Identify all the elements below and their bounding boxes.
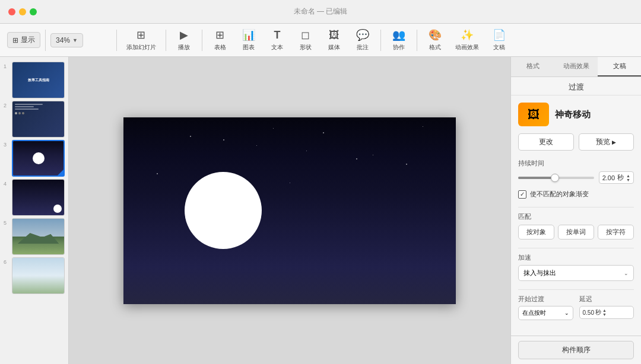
start-delay-row: 开始过渡 在点按时 ⌄ 延迟 0.50 秒 ▲ ▼ bbox=[518, 295, 634, 320]
slide2-bar-1 bbox=[15, 104, 43, 105]
close-button[interactable] bbox=[8, 8, 15, 15]
start-value: 在点按时 bbox=[522, 309, 546, 317]
match-object-button[interactable]: 按对象 bbox=[518, 225, 554, 240]
minimize-button[interactable] bbox=[19, 8, 26, 15]
acceleration-label: 加速 bbox=[518, 253, 634, 262]
toolbar-media-label: 媒体 bbox=[328, 43, 340, 52]
slider-thumb[interactable] bbox=[551, 174, 559, 182]
play-triangle-icon: ▶ bbox=[612, 139, 616, 145]
start-arrow-icon: ⌄ bbox=[564, 310, 569, 316]
delay-value: 0.50 bbox=[583, 309, 594, 316]
slide-thumb-1[interactable]: 效率工具指南 bbox=[12, 62, 65, 98]
preview-label: 预览 bbox=[596, 137, 610, 147]
slide-thumb-4[interactable] bbox=[12, 179, 65, 216]
delay-stepper-down-icon[interactable]: ▼ bbox=[602, 312, 607, 317]
duration-number: 2.00 bbox=[602, 174, 615, 181]
slide-item-6[interactable]: 6 bbox=[4, 257, 65, 294]
toolbar-shape[interactable]: ◻ 形状 bbox=[293, 26, 319, 54]
checkbox-icon[interactable]: ✓ bbox=[518, 190, 526, 199]
zoom-control[interactable]: ⊞ 显示 bbox=[7, 32, 40, 48]
duration-row: 2.00 秒 ▲ ▼ bbox=[518, 171, 634, 184]
zoom-value[interactable]: 34% ▼ bbox=[50, 33, 83, 47]
duration-slider[interactable] bbox=[518, 177, 594, 179]
toolbar-chart[interactable]: 📊 图表 bbox=[236, 26, 262, 54]
toolbar-add-slide-label: 添加幻灯片 bbox=[126, 43, 156, 52]
slide-item-3[interactable]: 3 bbox=[4, 140, 65, 177]
slide-number-6: 6 bbox=[4, 257, 9, 265]
match-char-button[interactable]: 按字符 bbox=[598, 225, 634, 240]
toolbar-text[interactable]: T 文本 bbox=[264, 27, 290, 54]
slide-number-2: 2 bbox=[4, 101, 9, 108]
slide-canvas[interactable] bbox=[123, 117, 456, 304]
checkbox-row[interactable]: ✓ 使不匹配的对象渐变 bbox=[518, 190, 634, 199]
slide-item-2[interactable]: 2 bbox=[4, 101, 65, 138]
toolbar-display[interactable] bbox=[85, 37, 112, 43]
duration-value-input[interactable]: 2.00 秒 ▲ ▼ bbox=[599, 171, 634, 184]
checkbox-label: 使不匹配的对象渐变 bbox=[530, 190, 589, 199]
duration-stepper[interactable]: ▲ ▼ bbox=[626, 174, 630, 182]
start-label: 开始过渡 bbox=[518, 295, 573, 304]
change-button[interactable]: 更改 bbox=[518, 133, 574, 151]
canvas-area bbox=[69, 57, 510, 364]
slide-thumb-6[interactable] bbox=[12, 257, 65, 294]
delay-stepper-up-icon[interactable]: ▲ bbox=[602, 308, 607, 312]
zoom-percentage: 34% bbox=[56, 36, 70, 44]
toolbar-play[interactable]: ▶ 播放 bbox=[171, 26, 197, 54]
canvas-stars bbox=[123, 117, 456, 304]
acceleration-value: 抹入与抹出 bbox=[523, 269, 556, 277]
transition-header: 过渡 bbox=[511, 77, 641, 95]
slide3-circle bbox=[33, 152, 45, 164]
toolbar-comment[interactable]: 💬 批注 bbox=[350, 26, 376, 54]
start-select[interactable]: 在点按时 ⌄ bbox=[518, 306, 573, 320]
maximize-button[interactable] bbox=[30, 8, 37, 15]
main-area: 1 效率工具指南 2 bbox=[0, 57, 641, 364]
toolbar-document[interactable]: 📄 文稿 bbox=[486, 26, 512, 54]
toolbar-table-label: 表格 bbox=[214, 43, 226, 52]
toolbar-play-label: 播放 bbox=[178, 43, 190, 52]
delay-column: 延迟 0.50 秒 ▲ ▼ bbox=[579, 295, 634, 320]
slide6-bg bbox=[12, 258, 64, 293]
tab-animate[interactable]: 动画效果 bbox=[554, 57, 598, 76]
acceleration-select-row: 抹入与抹出 ⌄ bbox=[518, 265, 634, 281]
add-slide-icon: ⊞ bbox=[137, 28, 145, 41]
toolbar-table[interactable]: ⊞ 表格 bbox=[207, 26, 233, 54]
tab-document[interactable]: 文稿 bbox=[598, 57, 641, 76]
slide-number-5: 5 bbox=[4, 218, 9, 226]
slider-fill bbox=[518, 177, 552, 179]
format-icon: 🎨 bbox=[429, 28, 442, 41]
slide-item-5[interactable]: 5 bbox=[4, 218, 65, 255]
slide1-text: 效率工具指南 bbox=[28, 78, 49, 83]
toolbar-media[interactable]: 🖼 媒体 bbox=[321, 27, 347, 54]
slide-item-4[interactable]: 4 bbox=[4, 179, 65, 216]
magic-move-buttons: 更改 预览 ▶ bbox=[518, 133, 634, 151]
toolbar-collaborate[interactable]: 👥 协作 bbox=[386, 26, 412, 54]
comment-icon: 💬 bbox=[356, 28, 369, 41]
toolbar-collaborate-label: 协作 bbox=[393, 43, 405, 52]
toolbar-comment-label: 批注 bbox=[357, 43, 369, 52]
toolbar-add-slide[interactable]: ⊞ 添加幻灯片 bbox=[122, 26, 161, 54]
preview-button[interactable]: 预览 ▶ bbox=[579, 133, 634, 151]
slide-thumb-3[interactable] bbox=[12, 140, 65, 177]
slide2-bar-2 bbox=[15, 106, 34, 107]
collaborate-icon: 👥 bbox=[392, 28, 405, 41]
tab-format[interactable]: 格式 bbox=[511, 57, 554, 76]
slide-number-1: 1 bbox=[4, 62, 9, 69]
toolbar-animate[interactable]: ✨ 动画效果 bbox=[450, 26, 484, 54]
titlebar: 未命名 — 已编辑 bbox=[0, 0, 641, 24]
match-word-button[interactable]: 按单词 bbox=[558, 225, 594, 240]
delay-input[interactable]: 0.50 秒 ▲ ▼ bbox=[579, 306, 634, 319]
build-order-button[interactable]: 构件顺序 bbox=[518, 341, 634, 359]
magic-icon-symbol: 🖼 bbox=[528, 108, 540, 122]
stepper-up-icon[interactable]: ▲ bbox=[626, 174, 630, 178]
delay-stepper[interactable]: ▲ ▼ bbox=[602, 308, 607, 317]
slide-item-1[interactable]: 1 效率工具指南 bbox=[4, 62, 65, 98]
stepper-down-icon[interactable]: ▼ bbox=[626, 178, 630, 182]
slide2-bar-3 bbox=[15, 108, 39, 110]
acceleration-select[interactable]: 抹入与抹出 ⌄ bbox=[518, 265, 634, 281]
window-controls[interactable] bbox=[0, 8, 37, 15]
toolbar-format[interactable]: 🎨 格式 bbox=[422, 26, 448, 54]
slide-thumb-5[interactable] bbox=[12, 218, 65, 255]
slide-thumb-2[interactable] bbox=[12, 101, 65, 138]
right-panel-footer: 构件顺序 bbox=[511, 336, 641, 364]
magic-move-title: 神奇移动 bbox=[555, 109, 634, 120]
